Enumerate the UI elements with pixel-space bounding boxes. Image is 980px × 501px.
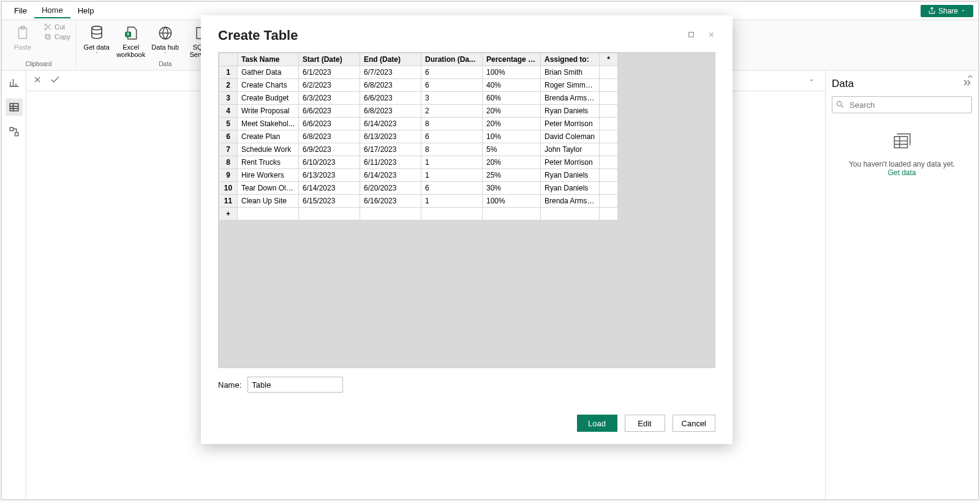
column-header[interactable]: Percentage o... — [483, 53, 541, 66]
grid-cell[interactable]: 100% — [483, 66, 541, 79]
row-number[interactable]: 1 — [219, 66, 238, 79]
grid-cell[interactable]: 6/3/2023 — [299, 92, 360, 105]
grid-cell[interactable]: 6/6/2023 — [299, 105, 360, 118]
grid-cell[interactable] — [238, 208, 299, 220]
edit-button[interactable]: Edit — [625, 415, 665, 432]
grid-cell[interactable] — [600, 79, 618, 92]
table-row[interactable]: 4Write Proposal6/6/20236/8/2023220%Ryan … — [219, 105, 618, 118]
column-header[interactable]: Task Name — [238, 53, 299, 66]
table-name-input[interactable] — [247, 377, 343, 393]
grid-cell[interactable]: 6/6/2023 — [360, 92, 421, 105]
load-button[interactable]: Load — [577, 415, 617, 432]
grid-cell[interactable]: 8 — [421, 143, 483, 156]
table-row[interactable]: 8Rent Trucks6/10/20236/11/2023120%Peter … — [219, 156, 618, 169]
table-row[interactable]: 5Meet Stakehol...6/6/20236/14/2023820%Pe… — [219, 118, 618, 130]
grid-cell[interactable] — [600, 118, 618, 130]
grid-cell[interactable]: Schedule Work — [238, 143, 299, 156]
table-row[interactable]: 9Hire Workers6/13/20236/14/2023125%Ryan … — [219, 169, 618, 182]
grid-cell[interactable] — [600, 130, 618, 143]
grid-cell[interactable]: 6/1/2023 — [299, 66, 360, 79]
grid-cell[interactable]: 6/14/2023 — [360, 169, 421, 182]
cancel-button[interactable]: Cancel — [673, 415, 715, 432]
grid-cell[interactable]: 6/17/2023 — [360, 143, 421, 156]
grid-cell[interactable]: Peter Morrison — [541, 118, 600, 130]
grid-cell[interactable]: 25% — [483, 169, 541, 182]
grid-cell[interactable] — [600, 143, 618, 156]
row-number[interactable]: 4 — [219, 105, 238, 118]
grid-cell[interactable]: 10% — [483, 130, 541, 143]
table-row[interactable]: 7Schedule Work6/9/20236/17/202385%John T… — [219, 143, 618, 156]
grid-cell[interactable]: 5% — [483, 143, 541, 156]
grid-cell[interactable]: 6/10/2023 — [299, 156, 360, 169]
grid-cell[interactable]: Roger Simmons — [541, 79, 600, 92]
grid-cell[interactable]: Ryan Daniels — [541, 105, 600, 118]
grid-cell[interactable]: Tear Down Old ... — [238, 182, 299, 195]
grid-cell[interactable]: 100% — [483, 195, 541, 208]
grid-cell[interactable]: 6/13/2023 — [299, 169, 360, 182]
add-column-button[interactable]: * — [600, 53, 618, 66]
grid-cell[interactable]: Create Budget — [238, 92, 299, 105]
grid-cell[interactable]: 3 — [421, 92, 483, 105]
grid-cell[interactable]: Gather Data — [238, 66, 299, 79]
grid-cell[interactable]: Peter Morrison — [541, 156, 600, 169]
grid-cell[interactable]: 6/14/2023 — [360, 118, 421, 130]
grid-cell[interactable] — [600, 105, 618, 118]
table-row[interactable]: 6Create Plan6/8/20236/13/2023610%David C… — [219, 130, 618, 143]
table-row[interactable]: 3Create Budget6/3/20236/6/2023360%Brenda… — [219, 92, 618, 105]
dialog-maximize-button[interactable] — [687, 30, 695, 41]
grid-cell[interactable]: Brenda Armstr... — [541, 92, 600, 105]
row-number[interactable]: 6 — [219, 130, 238, 143]
dialog-close-button[interactable] — [707, 30, 715, 41]
row-number[interactable]: 8 — [219, 156, 238, 169]
grid-cell[interactable] — [600, 92, 618, 105]
row-number[interactable]: 7 — [219, 143, 238, 156]
grid-cell[interactable]: Create Charts — [238, 79, 299, 92]
grid-cell[interactable]: 30% — [483, 182, 541, 195]
grid-cell[interactable]: Ryan Daniels — [541, 169, 600, 182]
grid-cell[interactable] — [541, 208, 600, 220]
grid-cell[interactable]: 6/7/2023 — [360, 66, 421, 79]
grid-cell[interactable]: Create Plan — [238, 130, 299, 143]
grid-cell[interactable]: 1 — [421, 169, 483, 182]
grid-cell[interactable]: 1 — [421, 195, 483, 208]
grid-cell[interactable]: 8 — [421, 118, 483, 130]
grid-cell[interactable]: 6 — [421, 66, 483, 79]
grid-cell[interactable]: Write Proposal — [238, 105, 299, 118]
grid-cell[interactable] — [600, 169, 618, 182]
grid-cell[interactable]: 6/8/2023 — [299, 130, 360, 143]
row-header-blank[interactable] — [219, 53, 238, 66]
grid-cell[interactable]: Brenda Armstr... — [541, 195, 600, 208]
row-number[interactable]: 11 — [219, 195, 238, 208]
grid-cell[interactable]: 2 — [421, 105, 483, 118]
grid-cell[interactable]: 6/8/2023 — [360, 79, 421, 92]
grid-cell[interactable]: 20% — [483, 118, 541, 130]
grid-cell[interactable]: 20% — [483, 105, 541, 118]
grid-cell[interactable]: 6/13/2023 — [360, 130, 421, 143]
grid-cell[interactable]: 6/15/2023 — [299, 195, 360, 208]
column-header[interactable]: End (Date) — [360, 53, 421, 66]
row-number[interactable]: 2 — [219, 79, 238, 92]
grid-cell[interactable]: Meet Stakehol... — [238, 118, 299, 130]
grid-cell[interactable]: 6 — [421, 182, 483, 195]
column-header[interactable]: Duration (Da... — [421, 53, 483, 66]
column-header[interactable]: Assigned to: — [541, 53, 600, 66]
grid-cell[interactable] — [600, 208, 618, 220]
grid-cell[interactable]: 6/20/2023 — [360, 182, 421, 195]
grid-cell[interactable]: 40% — [483, 79, 541, 92]
grid-cell[interactable]: 6/8/2023 — [360, 105, 421, 118]
grid-cell[interactable]: 60% — [483, 92, 541, 105]
column-header[interactable]: Start (Date) — [299, 53, 360, 66]
grid-cell[interactable]: Clean Up Site — [238, 195, 299, 208]
grid-cell[interactable]: 6/11/2023 — [360, 156, 421, 169]
grid-cell[interactable]: 6 — [421, 79, 483, 92]
grid-cell[interactable]: 20% — [483, 156, 541, 169]
table-row[interactable]: 10Tear Down Old ...6/14/20236/20/2023630… — [219, 182, 618, 195]
grid-cell[interactable] — [483, 208, 541, 220]
grid-cell[interactable]: 6/9/2023 — [299, 143, 360, 156]
row-number[interactable]: 10 — [219, 182, 238, 195]
grid-cell[interactable]: Hire Workers — [238, 169, 299, 182]
grid-cell[interactable]: John Taylor — [541, 143, 600, 156]
table-row[interactable]: 11Clean Up Site6/15/20236/16/20231100%Br… — [219, 195, 618, 208]
table-row[interactable]: 2Create Charts6/2/20236/8/2023640%Roger … — [219, 79, 618, 92]
row-number[interactable]: 5 — [219, 118, 238, 130]
